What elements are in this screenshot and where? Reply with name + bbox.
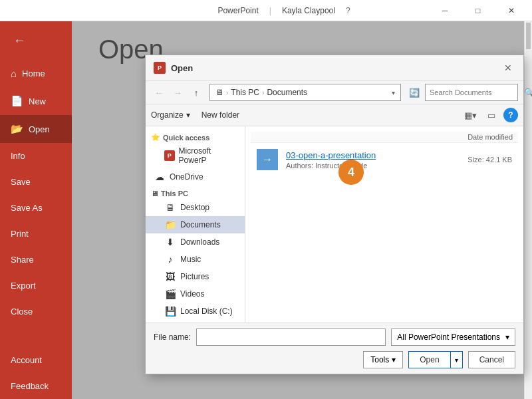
panel-icon: ▭ [487,110,495,120]
sidebar-item-feedback[interactable]: Feedback [0,373,72,399]
col-name [256,133,433,141]
nav-item-videos[interactable]: 🎬 Videos [146,285,245,303]
sidebar-label-share: Share [11,255,34,265]
view-details-button[interactable]: ▦ ▾ [461,107,479,123]
filetype-arrow-icon: ▾ [505,332,509,342]
open-dropdown-button[interactable]: ▾ [450,351,463,368]
new-folder-button[interactable]: New folder [196,108,245,122]
nav-item-music[interactable]: ♪ Music [146,251,245,268]
sidebar-item-home[interactable]: ⌂ Home [0,60,72,87]
videos-icon: 🎬 [164,289,176,299]
search-input[interactable] [430,88,521,96]
size-value: 42.1 KB [486,156,512,164]
nav-label-onedrive: OneDrive [170,172,203,182]
view-details-icon: ▦ [464,110,472,120]
nav-label-videos: Videos [180,289,204,299]
nav-panel: ⭐ Quick access P Microsoft PowerP ☁ OneD… [146,126,245,323]
this-pc-header[interactable]: 🖥 This PC [146,186,245,199]
dialog-footer: File name: All PowerPoint Presentations … [146,323,523,374]
sidebar-label-save: Save [11,177,31,187]
sidebar-label-home: Home [22,68,45,78]
sidebar-item-save[interactable]: Save [0,169,72,195]
quick-access-header[interactable]: ⭐ Quick access [146,129,245,143]
sidebar-item-export[interactable]: Export [0,273,72,299]
nav-label-downloads: Downloads [180,237,219,247]
tools-arrow-icon: ▾ [392,355,396,364]
dialog-ppt-icon: P [154,62,166,74]
sidebar-label-feedback: Feedback [11,381,49,391]
open-button[interactable]: Open [408,351,450,368]
nav-up-button[interactable]: ↑ [188,84,204,100]
size-label: Size: [467,156,483,164]
music-icon: ♪ [164,254,176,265]
minimize-button[interactable]: ─ [430,0,460,21]
sidebar-item-info[interactable]: Info [0,143,72,169]
view-panel-button[interactable]: ▭ [482,107,501,123]
nav-forward-button[interactable]: → [170,84,186,100]
nav-back-button[interactable]: ← [151,84,167,100]
nav-label-local-disk: Local Disk (C:) [180,307,233,316]
cancel-button[interactable]: Cancel [468,351,515,368]
sidebar-item-account[interactable]: Account [0,347,72,373]
nav-item-documents[interactable]: 📁 Documents [146,216,245,233]
dialog-toolbar: Organize ▾ New folder ▦ ▾ ▭ ? [146,104,523,126]
organize-label: Organize [151,110,184,120]
nav-item-onedrive[interactable]: ☁ OneDrive [146,168,245,186]
pictures-icon: 🖼 [164,271,176,282]
nav-item-ms-powerpoint[interactable]: P Microsoft PowerP [146,143,245,168]
content-area: Open P Open ✕ ← → ↑ [72,21,524,399]
nav-item-downloads[interactable]: ⬇ Downloads [146,233,245,251]
breadcrumb[interactable]: 🖥 › This PC › Documents ▾ [209,84,401,101]
sidebar-item-print[interactable]: Print [0,221,72,247]
ppt-nav-icon: P [164,150,175,161]
sidebar-back-button[interactable]: ← [5,27,33,55]
open-icon: 📂 [11,123,23,135]
sidebar-item-share[interactable]: Share [0,247,72,273]
tools-button[interactable]: Tools ▾ [363,351,403,368]
sidebar-item-close[interactable]: Close [0,299,72,325]
file-meta: Authors: Instructor Guide [286,162,460,170]
onedrive-icon: ☁ [154,172,166,182]
help-icon[interactable]: ? [346,6,350,15]
step-badge: 4 [338,160,364,185]
dialog-title-bar: P Open ✕ [146,55,523,81]
organize-button[interactable]: Organize ▾ [151,110,190,120]
view-dropdown-icon: ▾ [472,110,477,120]
file-item[interactable]: → 03-open-a-presentation Authors: Instru… [251,143,518,176]
organize-arrow-icon: ▾ [186,110,190,120]
tools-label: Tools [370,355,389,364]
breadcrumb-root-icon: 🖥 [215,88,223,97]
column-headers: Date modified [251,132,518,143]
filetype-label: All PowerPoint Presentations [397,332,500,342]
nav-item-desktop[interactable]: 🖥 Desktop [146,199,245,216]
filename-input[interactable] [196,329,386,346]
refresh-button[interactable]: 🔄 [406,84,422,100]
breadcrumb-part-1: This PC [231,88,259,97]
downloads-icon: ⬇ [164,237,176,247]
sidebar-item-open[interactable]: 📂 Open [0,115,72,143]
right-scrollbar[interactable] [524,21,532,399]
documents-icon: 📁 [164,219,176,230]
file-info: 03-open-a-presentation Authors: Instruct… [286,150,460,170]
computer-icon: 🖥 [151,190,158,198]
maximize-button[interactable]: □ [463,0,493,21]
dialog-help-button[interactable]: ? [503,108,518,122]
nav-item-local-disk[interactable]: 💾 Local Disk (C:) [146,303,245,320]
author-label: Authors: [286,162,313,170]
open-button-group: Open ▾ [408,351,462,368]
dialog-body: ⭐ Quick access P Microsoft PowerP ☁ OneD… [146,126,523,323]
sidebar-item-new[interactable]: 📄 New [0,87,72,115]
star-icon: ⭐ [151,133,160,142]
breadcrumb-dropdown-icon[interactable]: ▾ [392,89,395,96]
app-close-button[interactable]: ✕ [496,0,527,21]
sidebar-label-open: Open [29,124,50,134]
dialog-close-button[interactable]: ✕ [501,61,515,75]
sidebar-item-save-as[interactable]: Save As [0,195,72,221]
file-size: Size: 42.1 KB [467,156,512,164]
filetype-select[interactable]: All PowerPoint Presentations ▾ [391,329,515,346]
nav-item-pictures[interactable]: 🖼 Pictures [146,268,245,285]
user-name: Kayla Claypool [282,6,335,15]
nav-label-desktop: Desktop [180,203,209,212]
sidebar-label-export: Export [11,281,36,291]
file-name: 03-open-a-presentation [286,150,460,160]
